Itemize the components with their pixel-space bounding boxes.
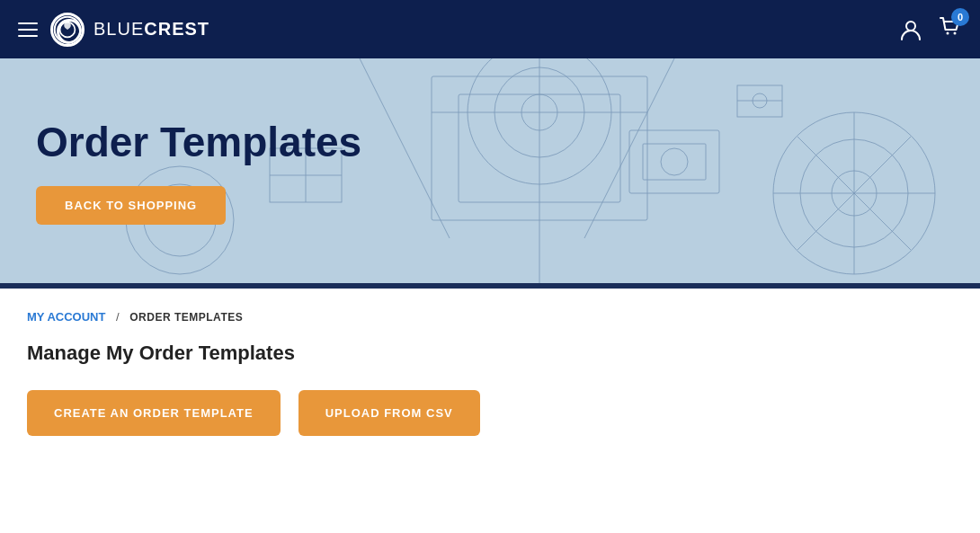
svg-point-4 — [954, 31, 957, 34]
header-right: 0 — [899, 15, 962, 44]
hero-title: Order Templates — [36, 118, 944, 166]
user-icon — [899, 18, 922, 41]
hero-content: Order Templates BACK TO SHOPPING — [36, 118, 944, 225]
main-header: BLUECREST 0 — [0, 0, 980, 58]
logo-circle — [50, 13, 85, 47]
breadcrumb-separator: / — [116, 310, 120, 324]
logo-blue: BLUE — [94, 19, 144, 39]
breadcrumb: MY ACCOUNT / ORDER TEMPLATES — [27, 310, 953, 324]
logo-text: BLUECREST — [94, 19, 209, 40]
main-content: MY ACCOUNT / ORDER TEMPLATES Manage My O… — [0, 289, 980, 457]
section-title: Manage My Order Templates — [27, 342, 953, 365]
svg-point-3 — [947, 31, 949, 34]
cart-button[interactable]: 0 — [939, 15, 962, 44]
logo-crest: CREST — [144, 19, 209, 39]
back-to-shopping-button[interactable]: BACK TO SHOPPING — [36, 186, 226, 225]
hero-banner: Order Templates BACK TO SHOPPING — [0, 58, 980, 283]
create-order-template-button[interactable]: CREATE AN ORDER TEMPLATE — [27, 390, 281, 436]
breadcrumb-current: ORDER TEMPLATES — [129, 311, 243, 324]
logo[interactable]: BLUECREST — [50, 13, 209, 47]
breadcrumb-my-account[interactable]: MY ACCOUNT — [27, 310, 105, 324]
logo-svg — [53, 13, 82, 47]
cart-badge: 0 — [951, 8, 969, 26]
action-buttons: CREATE AN ORDER TEMPLATE UPLOAD FROM CSV — [27, 390, 953, 436]
svg-point-1 — [60, 22, 76, 37]
svg-point-2 — [906, 22, 915, 31]
header-left: BLUECREST — [18, 13, 209, 47]
user-icon-button[interactable] — [899, 18, 922, 41]
hamburger-menu[interactable] — [18, 22, 38, 37]
upload-from-csv-button[interactable]: UPLOAD FROM CSV — [298, 390, 480, 436]
svg-point-0 — [55, 16, 81, 42]
